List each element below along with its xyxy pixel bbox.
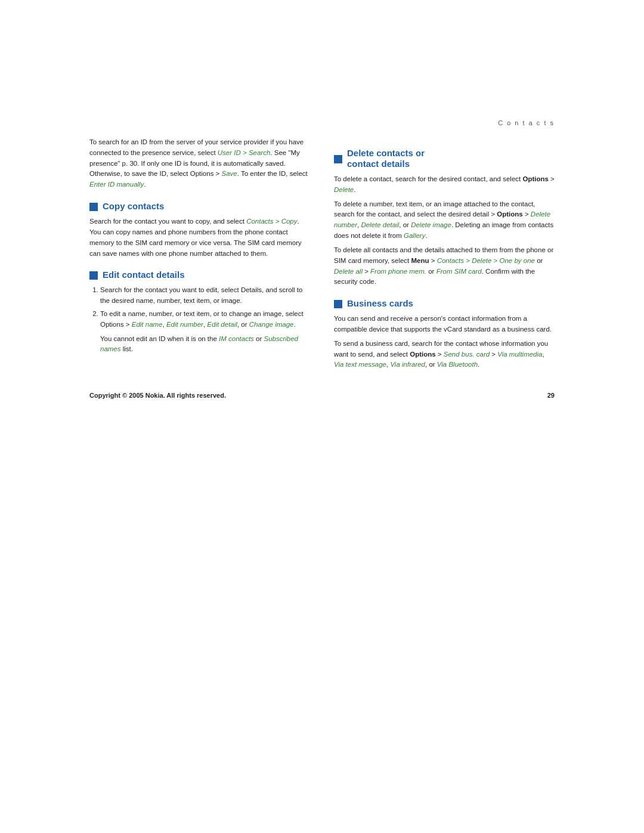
edit-contact-details-list: Search for the contact you want to edit,…	[89, 285, 310, 330]
options-save-bold: Options	[190, 170, 214, 177]
edit-contact-details-title: Edit contact details	[103, 270, 185, 280]
business-cards-para-1: You can send and receive a person's cont…	[334, 314, 555, 335]
options-delete-bold: Options	[522, 175, 548, 182]
via-infrared-link: Via infrared	[390, 361, 425, 368]
from-sim-card-link: From SIM card	[436, 268, 482, 275]
copy-contacts-icon	[89, 203, 98, 211]
edit-name-link: Edit name	[132, 321, 163, 328]
via-text-message-link: Via text message	[334, 361, 386, 368]
page-header: C o n t a c t s	[89, 119, 555, 126]
contacts-copy-link: Contacts > Copy	[246, 218, 297, 225]
delete-contacts-icon	[334, 155, 342, 163]
via-multimedia-link: Via multimedia	[497, 351, 542, 358]
user-id-search-link: User ID > Search	[218, 149, 271, 156]
details-bold: Details	[241, 286, 262, 293]
copy-contacts-heading: Copy contacts	[89, 201, 310, 212]
contacts-delete-onebyone-link: Contacts > Delete > One by one	[437, 257, 535, 264]
from-phone-mem-link: From phone mem.	[370, 268, 426, 275]
delete-para-3: To delete all contacts and the details a…	[334, 245, 555, 287]
business-cards-heading: Business cards	[334, 298, 555, 309]
intro-paragraph: To search for an ID from the server of y…	[89, 137, 310, 190]
options-bold-3: Options	[497, 210, 522, 218]
menu-bold: Menu	[411, 257, 429, 264]
business-cards-icon	[334, 300, 342, 308]
edit-number-link: Edit number	[166, 321, 203, 328]
delete-italic: Delete	[334, 186, 354, 193]
delete-contacts-heading: Delete contacts orcontact details	[334, 148, 555, 169]
page: C o n t a c t s To search for an ID from…	[0, 0, 644, 833]
footer-copyright: Copyright © 2005 Nokia. All rights reser…	[89, 392, 226, 399]
business-cards-title: Business cards	[347, 298, 413, 309]
header-label: C o n t a c t s	[498, 119, 555, 126]
im-contacts-link: IM contacts	[219, 335, 254, 342]
page-footer: Copyright © 2005 Nokia. All rights reser…	[89, 374, 555, 435]
edit-detail-link: Edit detail	[207, 321, 237, 328]
two-col-layout: To search for an ID from the server of y…	[89, 137, 555, 374]
gallery-link: Gallery	[404, 232, 425, 239]
subscribed-names-link: Subscribed names	[100, 335, 298, 353]
options-bold-2: Options	[100, 321, 124, 328]
copy-contacts-text: Search for the contact you want to copy,…	[89, 216, 310, 259]
send-bus-card-link: Send bus. card	[444, 351, 490, 358]
options-bold-4: Options	[410, 351, 435, 358]
delete-para-2: To delete a number, text item, or an ima…	[334, 199, 555, 241]
via-bluetooth-link: Via Bluetooth	[437, 361, 478, 368]
edit-step-1: Search for the contact you want to edit,…	[100, 285, 310, 306]
edit-step-2: To edit a name, number, or text item, or…	[100, 309, 310, 330]
edit-contact-details-heading: Edit contact details	[89, 270, 310, 280]
right-column: Delete contacts orcontact details To del…	[334, 137, 555, 374]
footer-page-number: 29	[547, 392, 555, 399]
delete-image-link: Delete image	[411, 221, 451, 228]
save-italic: Save	[222, 170, 237, 177]
edit-contact-details-icon	[89, 271, 98, 280]
content-area: C o n t a c t s To search for an ID from…	[89, 119, 555, 435]
left-column: To search for an ID from the server of y…	[89, 137, 310, 374]
business-cards-para-2: To send a business card, search for the …	[334, 339, 555, 370]
enter-id-link: Enter ID manually	[89, 181, 144, 188]
delete-detail-link: Delete detail	[361, 221, 399, 228]
delete-contacts-title: Delete contacts orcontact details	[347, 148, 425, 169]
edit-indent-text: You cannot edit an ID when it is on the …	[89, 334, 310, 355]
copy-contacts-title: Copy contacts	[103, 201, 164, 212]
change-image-link: Change image	[249, 321, 294, 328]
delete-all-link: Delete all	[334, 268, 363, 275]
delete-para-1: To delete a contact, search for the desi…	[334, 174, 555, 196]
